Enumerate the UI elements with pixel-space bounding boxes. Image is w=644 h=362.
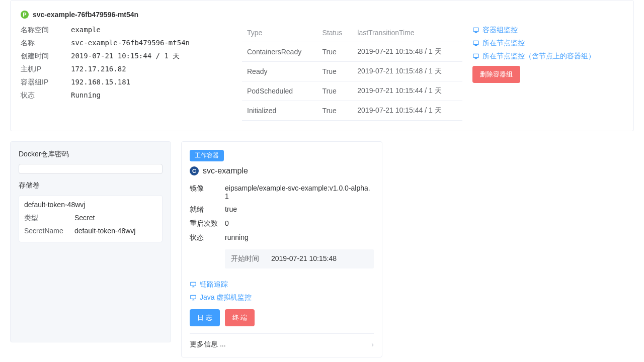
volume-type-value: Secret	[74, 214, 95, 223]
jvm-link[interactable]: Java 虚拟机监控	[190, 291, 252, 304]
delete-pod-button[interactable]: 删除容器组	[472, 66, 520, 83]
table-row: InitializedTrue2019-07-21 10:15:44 / 1 天	[242, 101, 462, 121]
label-name: 名称	[21, 39, 71, 48]
logs-button[interactable]: 日 志	[190, 309, 220, 326]
chevron-right-icon: ›	[371, 340, 374, 348]
table-row: ContainersReadyTrue2019-07-21 10:15:48 /…	[242, 42, 462, 62]
value-namespace: example	[71, 26, 101, 35]
more-info-toggle[interactable]: 更多信息 ... ›	[190, 333, 374, 349]
svg-rect-2	[473, 54, 479, 57]
col-last: lastTransitionTime	[352, 24, 462, 42]
monitor-icon	[190, 294, 197, 301]
monitor-icon	[472, 27, 479, 34]
table-row: PodScheduledTrue2019-07-21 10:15:44 / 1 …	[242, 81, 462, 101]
table-row: ReadyTrue2019-07-21 10:15:48 / 1 天	[242, 62, 462, 81]
trace-link[interactable]: 链路追踪	[190, 278, 228, 291]
pod-overview-card: P svc-example-76fb479596-mt54n 名称空间examp…	[10, 0, 634, 131]
actions-column: 容器组监控 所在节点监控 所在节点监控（含节点上的容器组） 删除容器组	[472, 24, 623, 83]
sidebar-card: Docker仓库密码 存储卷 default-token-48wvj 类型Sec…	[10, 141, 171, 342]
label-namespace: 名称空间	[21, 26, 71, 35]
value-image: eipsample/example-svc-example:v1.0.0-alp…	[225, 184, 374, 200]
container-title-row: C svc-example	[190, 166, 374, 175]
volume-secretname-label: SecretName	[24, 227, 74, 235]
label-state: 状态	[190, 233, 225, 242]
label-host-ip: 主机IP	[21, 65, 71, 74]
terminal-button[interactable]: 终 端	[225, 309, 255, 326]
monitor-icon	[472, 40, 479, 47]
node-monitor-with-pod-link[interactable]: 所在节点监控（含节点上的容器组）	[472, 50, 623, 63]
value-name: svc-example-76fb479596-mt54n	[71, 39, 190, 48]
value-ready: true	[225, 205, 374, 214]
col-type: Type	[242, 24, 317, 42]
state-detail-box: 开始时间 2019-07-21 10:15:48	[225, 249, 374, 268]
container-card: 工作容器 C svc-example 镜像eipsample/example-s…	[181, 141, 382, 357]
docker-secret-title: Docker仓库密码	[19, 150, 163, 159]
volume-item: default-token-48wvj 类型Secret SecretNamed…	[19, 195, 163, 242]
more-info-label: 更多信息 ...	[190, 340, 226, 349]
conditions-column: Type Status lastTransitionTime Container…	[242, 24, 462, 121]
started-label: 开始时间	[231, 254, 259, 263]
value-status: Running	[71, 91, 101, 100]
container-dot-icon: C	[190, 166, 199, 175]
svg-rect-1	[473, 41, 479, 44]
container-badge: 工作容器	[190, 150, 224, 161]
label-status: 状态	[21, 91, 71, 100]
pod-title-row: P svc-example-76fb479596-mt54n	[21, 11, 623, 19]
value-created: 2019-07-21 10:15:44 / 1 天	[71, 52, 180, 61]
volume-name: default-token-48wvj	[24, 201, 157, 209]
volume-type-label: 类型	[24, 214, 74, 223]
started-value: 2019-07-21 10:15:48	[271, 254, 337, 263]
value-restarts: 0	[225, 219, 374, 228]
pod-title: svc-example-76fb479596-mt54n	[33, 11, 138, 19]
value-state: running	[225, 233, 374, 242]
label-pod-ip: 容器组IP	[21, 78, 71, 87]
label-ready: 就绪	[190, 205, 225, 214]
status-dot-icon: P	[21, 11, 29, 19]
label-restarts: 重启次数	[190, 219, 225, 228]
node-monitor-link[interactable]: 所在节点监控	[472, 37, 623, 50]
svg-rect-4	[191, 295, 196, 299]
monitor-icon	[472, 53, 479, 60]
pod-info-column: 名称空间example 名称svc-example-76fb479596-mt5…	[21, 24, 232, 102]
volumes-title: 存储卷	[19, 181, 163, 190]
volume-secretname-value: default-token-48wvj	[74, 227, 135, 235]
label-created: 创建时间	[21, 52, 71, 61]
value-pod-ip: 192.168.15.181	[71, 78, 130, 87]
svg-rect-0	[473, 28, 479, 31]
monitor-icon	[190, 281, 197, 288]
conditions-table: Type Status lastTransitionTime Container…	[242, 24, 462, 121]
col-status: Status	[317, 24, 353, 42]
value-host-ip: 172.17.216.82	[71, 65, 126, 74]
container-name: svc-example	[203, 166, 248, 175]
label-image: 镜像	[190, 184, 225, 200]
docker-secret-input[interactable]	[19, 164, 163, 174]
svg-rect-3	[191, 282, 196, 286]
pod-monitor-link[interactable]: 容器组监控	[472, 24, 623, 37]
